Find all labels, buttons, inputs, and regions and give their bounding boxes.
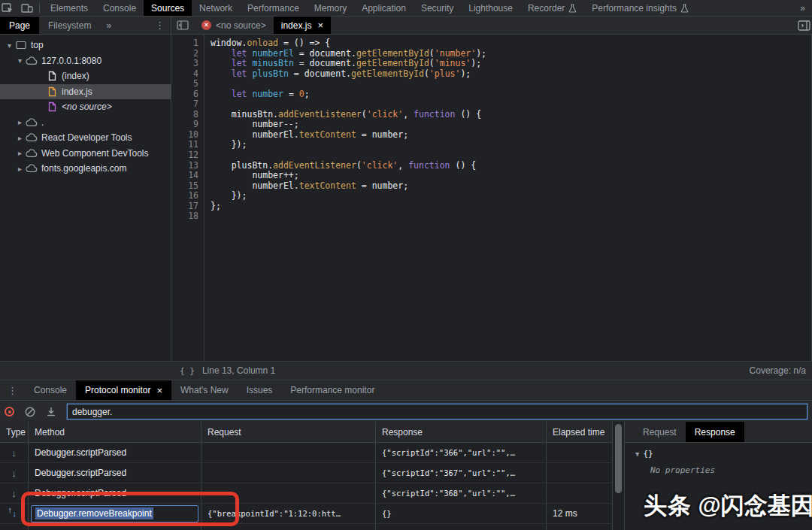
tab-application[interactable]: Application bbox=[354, 0, 414, 16]
column-header-type[interactable]: Type bbox=[0, 422, 29, 442]
record-icon[interactable] bbox=[5, 407, 14, 416]
tab-sources[interactable]: Sources bbox=[144, 0, 192, 16]
navigator-file-tree: ▾top▾127.0.0.1:8080(index)index.js<no so… bbox=[0, 35, 171, 361]
column-header-method[interactable]: Method bbox=[29, 422, 201, 442]
line-number: 5 bbox=[172, 79, 198, 89]
request-cell[interactable] bbox=[201, 443, 376, 462]
collapsed-triangle-icon[interactable]: ▸ bbox=[15, 134, 25, 142]
hide-navigator-icon[interactable] bbox=[171, 17, 194, 34]
code-pane[interactable]: window.onload = () => { let numberEl = d… bbox=[205, 35, 486, 361]
method-cell[interactable]: Debugger.removeBreakpoint bbox=[29, 504, 201, 523]
navigator-more-tabs-icon[interactable]: » bbox=[100, 17, 118, 34]
tab-performance[interactable]: Performance bbox=[240, 0, 307, 16]
drawer-tab-what-s-new[interactable]: What's New bbox=[171, 380, 238, 400]
received-arrow-icon: ↓ bbox=[11, 447, 17, 459]
tab-lighthouse[interactable]: Lighthouse bbox=[461, 0, 520, 16]
save-icon[interactable] bbox=[46, 407, 56, 416]
tab-recorder[interactable]: Recorder bbox=[520, 0, 584, 16]
drawer-tab-issues[interactable]: Issues bbox=[238, 380, 282, 400]
tab-elements[interactable]: Elements bbox=[43, 0, 95, 16]
response-cell[interactable]: {} bbox=[376, 504, 547, 523]
table-row[interactable]: ↑↓Debugger.removeBreakpoint{"breakpointI… bbox=[0, 504, 624, 524]
close-tab-icon[interactable]: × bbox=[317, 20, 323, 31]
device-toolbar-icon[interactable] bbox=[21, 3, 33, 14]
collapsed-triangle-icon[interactable]: ▸ bbox=[15, 149, 25, 157]
clear-icon[interactable] bbox=[25, 407, 35, 417]
inspect-element-icon[interactable] bbox=[2, 3, 14, 14]
method-cell[interactable]: Debugger.scriptParsed bbox=[29, 443, 201, 462]
line-number: 11 bbox=[172, 140, 198, 150]
pretty-print-icon[interactable]: { } bbox=[180, 366, 195, 376]
request-cell[interactable] bbox=[201, 463, 376, 483]
source-editor[interactable]: 123456789101112131415161718 window.onloa… bbox=[172, 35, 812, 361]
expanded-triangle-icon[interactable]: ▾ bbox=[5, 41, 14, 50]
code-token: = document. bbox=[289, 68, 351, 79]
response-cell[interactable] bbox=[376, 524, 547, 530]
detail-tab-request[interactable]: Request bbox=[634, 422, 686, 442]
response-object-root[interactable]: ▼ {} bbox=[635, 449, 812, 459]
collapsed-triangle-icon[interactable]: ▸ bbox=[15, 118, 25, 126]
table-row[interactable]: ↓Debugger.scriptParsed{"scriptId":"366",… bbox=[0, 443, 624, 463]
column-header-response[interactable]: Response bbox=[376, 422, 547, 442]
editor-tab-no-source[interactable]: ×<no source> bbox=[194, 17, 274, 34]
navigator-menu-icon[interactable]: ⋮ bbox=[149, 17, 171, 34]
close-tab-icon[interactable]: × bbox=[156, 385, 162, 396]
request-cell[interactable] bbox=[201, 483, 376, 503]
code-token: plusBtn bbox=[252, 68, 288, 79]
method-cell[interactable]: Debugger.scriptParsed bbox=[29, 483, 201, 503]
navigator-tabbar: PageFilesystem » ⋮ bbox=[0, 17, 171, 35]
method-cell[interactable]: Debugger.scriptParsed bbox=[29, 463, 201, 483]
drawer-tab-protocol-monitor[interactable]: Protocol monitor× bbox=[76, 380, 171, 400]
scrollbar-thumb[interactable] bbox=[615, 424, 622, 493]
tree-item-127-0-0-1-8080[interactable]: ▾127.0.0.1:8080 bbox=[0, 53, 171, 69]
tree-item-index-js[interactable]: index.js bbox=[0, 84, 171, 100]
response-cell[interactable]: {"scriptId":"367","url":"",… bbox=[376, 463, 547, 483]
sub-tabbar: PageFilesystem » ⋮ ×<no source>index.js× bbox=[0, 17, 812, 35]
table-scrollbar[interactable] bbox=[613, 422, 624, 530]
table-row[interactable]: ↓ bbox=[0, 524, 624, 530]
drawer-menu-icon[interactable]: ⋮ bbox=[0, 380, 25, 400]
selected-method-field[interactable]: Debugger.removeBreakpoint bbox=[31, 505, 198, 522]
expanded-triangle-icon[interactable]: ▾ bbox=[15, 56, 25, 65]
tree-item-fonts-googleapis-com[interactable]: ▸fonts.googleapis.com bbox=[0, 161, 171, 177]
tree-item-web-component-devtools[interactable]: ▸Web Component DevTools bbox=[0, 146, 171, 162]
drawer-tab-performance-monitor[interactable]: Performance monitor bbox=[281, 380, 383, 400]
protocol-filter-input[interactable] bbox=[67, 404, 807, 419]
tree-item-no-source[interactable]: <no source> bbox=[0, 99, 171, 115]
request-cell[interactable] bbox=[201, 524, 376, 530]
collapsed-triangle-icon[interactable]: ▸ bbox=[15, 165, 25, 173]
code-token: , bbox=[403, 109, 414, 120]
column-header-request[interactable]: Request bbox=[201, 422, 376, 442]
navigator-tab-page[interactable]: Page bbox=[0, 17, 39, 34]
request-cell[interactable]: {"breakpointId":"1:12:0:htt… bbox=[201, 504, 376, 523]
tab-security[interactable]: Security bbox=[414, 0, 461, 16]
table-row[interactable]: ↓Debugger.scriptParsed{"scriptId":"367",… bbox=[0, 463, 624, 483]
editor-tab-index-js[interactable]: index.js× bbox=[274, 17, 331, 34]
elapsed-time-cell bbox=[547, 463, 613, 483]
code-token: = number; bbox=[356, 180, 408, 191]
column-header-elapsed-time[interactable]: Elapsed time bbox=[547, 422, 613, 442]
navigator-tab-filesystem[interactable]: Filesystem bbox=[39, 17, 100, 34]
tree-item-top[interactable]: ▾top bbox=[0, 38, 171, 53]
drawer-tab-console[interactable]: Console bbox=[25, 380, 76, 400]
received-arrow-icon: ↓ bbox=[13, 509, 17, 518]
tab-performance-insights[interactable]: Performance insights bbox=[584, 0, 696, 16]
expanded-triangle-icon[interactable]: ▼ bbox=[635, 450, 639, 458]
show-debugger-sidebar-icon[interactable] bbox=[793, 17, 812, 34]
sent-arrow-icon: ↑ bbox=[8, 505, 13, 514]
tab-network[interactable]: Network bbox=[192, 0, 240, 16]
table-row[interactable]: ↓Debugger.scriptParsed{"scriptId":"368",… bbox=[0, 483, 624, 504]
tree-item-react-developer-tools[interactable]: ▸React Developer Tools bbox=[0, 130, 171, 146]
more-panels-icon[interactable]: » bbox=[794, 0, 812, 16]
tree-item-index[interactable]: (index) bbox=[0, 68, 171, 84]
code-token: addEventListener bbox=[278, 109, 362, 120]
tab-memory[interactable]: Memory bbox=[307, 0, 354, 16]
response-cell[interactable]: {"scriptId":"366","url":"",… bbox=[376, 443, 547, 462]
method-cell[interactable] bbox=[29, 524, 201, 530]
code-token: minusBtn. bbox=[211, 109, 278, 120]
code-token: }); bbox=[211, 139, 247, 150]
response-cell[interactable]: {"scriptId":"368","url":"",… bbox=[376, 483, 547, 503]
detail-tab-response[interactable]: Response bbox=[686, 422, 744, 442]
tree-item-[interactable]: ▸. bbox=[0, 115, 171, 131]
tab-console[interactable]: Console bbox=[95, 0, 144, 16]
